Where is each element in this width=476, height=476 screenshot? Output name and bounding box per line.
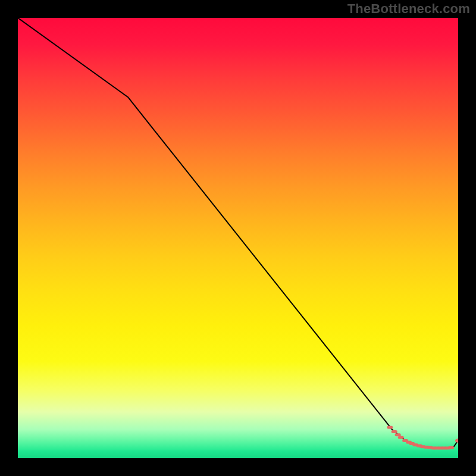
chart-svg — [18, 18, 458, 458]
gradient-background — [18, 18, 458, 458]
marker-dash — [395, 433, 401, 436]
chart-frame: TheBottleneck.com — [0, 0, 476, 476]
marker-dash — [448, 446, 454, 449]
plot-area — [18, 18, 458, 458]
watermark-text: TheBottleneck.com — [347, 1, 470, 17]
marker-dash — [392, 430, 397, 433]
marker-dash — [398, 436, 404, 439]
marker-dash — [387, 426, 393, 429]
